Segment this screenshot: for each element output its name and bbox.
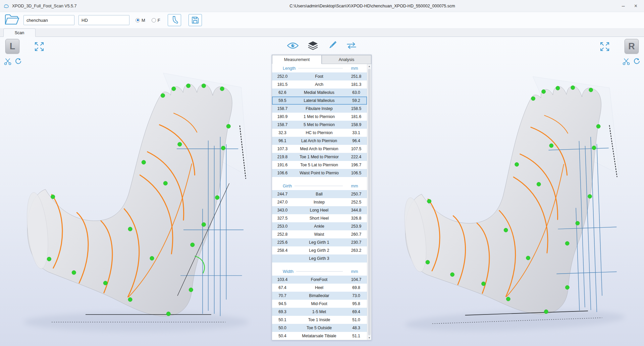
left-value: 158.7 xyxy=(272,122,293,127)
measurement-row[interactable]: 258.4Leg Girth 2263.2 xyxy=(272,246,367,254)
row-label: Waist xyxy=(293,232,345,237)
refresh-icon[interactable] xyxy=(633,58,640,65)
left-value: 103.4 xyxy=(272,277,293,282)
minimize-button[interactable]: – xyxy=(622,3,625,9)
left-value: 70.7 xyxy=(272,293,293,298)
measurement-row[interactable]: 327.5Short Heel326.8 xyxy=(272,214,367,222)
scissors-icon[interactable] xyxy=(623,58,630,65)
section-unit: mm xyxy=(345,269,364,274)
mode-input[interactable] xyxy=(78,15,129,25)
row-label: Leg Girth 1 xyxy=(293,240,345,245)
right-value: 104.7 xyxy=(345,277,367,282)
measurement-row[interactable]: 107.3Med Arch to Pternion107.5 xyxy=(272,145,367,153)
right-foot-button[interactable]: R xyxy=(625,39,639,54)
row-label: Foot xyxy=(293,74,345,79)
left-value: 59.5 xyxy=(272,98,293,103)
main-toolbar: M F xyxy=(0,12,644,28)
row-label: 1-5 Met xyxy=(293,309,345,314)
measurement-row[interactable]: 219.8Toe 1 Med to Pternior222.4 xyxy=(272,153,367,161)
layers-icon[interactable] xyxy=(308,41,318,50)
measurement-row[interactable]: 252.8Waist260.7 xyxy=(272,230,367,238)
right-value: 181.3 xyxy=(345,82,367,87)
row-label: Short Heel xyxy=(293,216,345,221)
measurement-row[interactable]: 50.0Toe 5 Outside48.3 xyxy=(272,324,367,332)
measurement-row[interactable]: 67.4Heel69.8 xyxy=(272,284,367,292)
scissors-icon[interactable] xyxy=(4,58,11,65)
save-button[interactable] xyxy=(189,14,202,26)
measurement-row[interactable]: 158.7Fibulare Instep158.5 xyxy=(272,105,367,113)
right-value: 344.8 xyxy=(345,208,367,213)
measurement-row[interactable]: 96.1Lat Arch to Pternion96.4 xyxy=(272,137,367,145)
measurement-row[interactable]: 69.31-5 Met69.4 xyxy=(272,308,367,316)
left-foot-3d-view[interactable] xyxy=(16,46,256,342)
left-value: 158.7 xyxy=(272,106,293,111)
measurement-row[interactable]: 244.7Ball250.7 xyxy=(272,190,367,198)
right-foot-3d-view[interactable] xyxy=(393,51,628,340)
measurement-row[interactable]: 50.4Metatarsale Tibiale51.1 xyxy=(272,332,367,340)
left-value: 327.5 xyxy=(272,216,293,221)
measurement-row[interactable]: 59.5Lateral Malleolus59.2 xyxy=(272,97,367,105)
shoe-last-icon xyxy=(170,16,178,24)
measurement-row[interactable]: Leg Girth 3 xyxy=(272,254,367,263)
left-foot-button[interactable]: L xyxy=(5,39,19,54)
measurement-row[interactable]: 181.5Arch181.3 xyxy=(272,80,367,89)
measurement-row[interactable]: 70.7Bimalleolar73.0 xyxy=(272,292,367,300)
row-label: Fibulare Instep xyxy=(293,106,345,111)
tab-scan[interactable]: Scan xyxy=(3,28,36,37)
row-label: Arch xyxy=(293,82,345,87)
left-value: 253.0 xyxy=(272,224,293,229)
panel-body: Lengthmm252.0Foot251.8181.5Arch181.362.6… xyxy=(272,64,371,340)
left-value: 244.7 xyxy=(272,192,293,196)
row-label: Medial Malleolus xyxy=(293,90,345,95)
measurement-row[interactable]: 158.75 Met to Pternion158.9 xyxy=(272,121,367,129)
measurement-row[interactable]: 343.0Long Heel344.8 xyxy=(272,206,367,214)
row-label: Toe 1 Med to Pternior xyxy=(293,155,345,159)
section-divider xyxy=(298,68,343,68)
close-button[interactable]: × xyxy=(634,3,637,9)
measurement-row[interactable]: 32.3HC to Pternion33.1 xyxy=(272,129,367,137)
gender-group: M F xyxy=(136,18,160,23)
measurement-row[interactable]: 180.91 Met to Pternion181.6 xyxy=(272,113,367,121)
shoe-last-button[interactable] xyxy=(168,14,181,26)
scroll-thumb[interactable] xyxy=(368,69,371,335)
measurement-row[interactable]: 225.6Leg Girth 1230.7 xyxy=(272,238,367,246)
brush-icon[interactable] xyxy=(327,41,337,50)
measurement-row[interactable]: 253.0Ankle253.9 xyxy=(272,222,367,230)
measurement-row[interactable]: 252.0Foot251.8 xyxy=(272,72,367,80)
right-value: 230.7 xyxy=(345,240,367,245)
expand-icon[interactable] xyxy=(599,41,610,52)
measurement-row[interactable]: 94.5Mid-Foot95.8 xyxy=(272,300,367,308)
left-value: 180.9 xyxy=(272,114,293,119)
measurement-row[interactable]: 62.6Medial Malleolus63.0 xyxy=(272,89,367,97)
measurement-row[interactable]: 247.0Instep252.5 xyxy=(272,198,367,206)
left-value: 225.6 xyxy=(272,240,293,245)
right-value: 63.0 xyxy=(345,90,367,95)
row-label: 5 Met to Pternion xyxy=(293,122,345,127)
swap-arrows-icon[interactable] xyxy=(346,42,357,50)
expand-icon[interactable] xyxy=(34,41,45,52)
measurement-row[interactable]: 103.4ForeFoot104.7 xyxy=(272,276,367,284)
panel-tabs: Measurement Analysis xyxy=(272,55,371,64)
measurement-row[interactable]: 50.1Toe 1 Inside51.0 xyxy=(272,316,367,324)
row-label: Metatarsale Tibiale xyxy=(293,334,345,338)
eye-icon[interactable] xyxy=(287,42,299,50)
right-value: 33.1 xyxy=(345,130,367,135)
measurement-row[interactable]: 106.6Waist Point to Pternio106.5 xyxy=(272,169,367,177)
left-value: 50.4 xyxy=(272,334,293,338)
name-input[interactable] xyxy=(23,15,74,25)
open-folder-icon[interactable] xyxy=(5,14,19,26)
gender-female-radio[interactable] xyxy=(152,18,156,22)
scroll-up-icon[interactable]: ▲ xyxy=(367,64,371,68)
row-label: Leg Girth 3 xyxy=(293,256,345,261)
tab-measurement[interactable]: Measurement xyxy=(272,55,322,64)
row-label: Heel xyxy=(293,285,345,290)
right-value: 48.3 xyxy=(345,326,367,330)
measurement-row[interactable]: 191.6Toe 5 Lat to Pternion196.7 xyxy=(272,161,367,169)
panel-scrollbar[interactable]: ▲ ▼ xyxy=(367,64,371,340)
gender-male-radio[interactable] xyxy=(136,18,140,22)
left-value: 343.0 xyxy=(272,208,293,213)
scroll-down-icon[interactable]: ▼ xyxy=(367,336,371,340)
tab-analysis[interactable]: Analysis xyxy=(322,55,371,64)
refresh-icon[interactable] xyxy=(15,58,21,65)
right-value: 158.9 xyxy=(345,122,367,127)
